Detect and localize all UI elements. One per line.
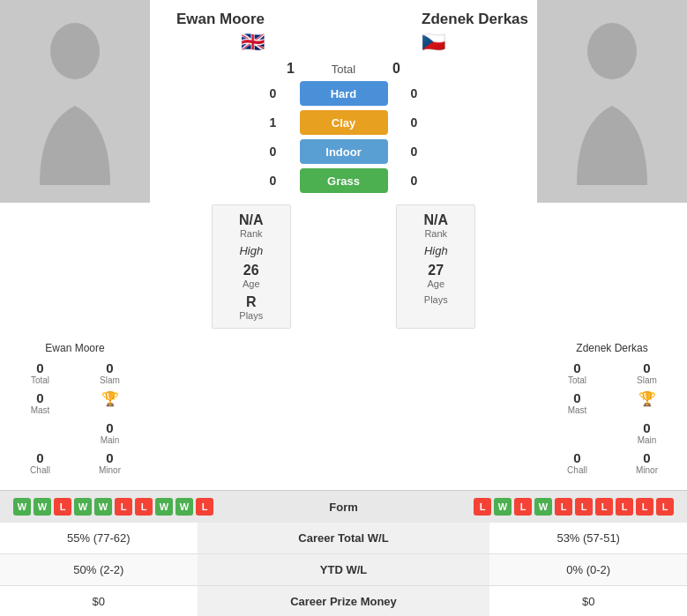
p1-trophy-icon: 🏆: [101, 390, 119, 407]
form-badge-l: L: [135, 498, 153, 516]
player1-stat-card: N/A Rank High 26 Age R Plays: [212, 204, 291, 329]
player1-header-name: Ewan Moore: [159, 11, 265, 28]
p1-career-wl: 55% (77-62): [0, 523, 198, 554]
player1-flag: 🇬🇧: [159, 31, 265, 54]
form-badge-w: W: [494, 498, 512, 516]
p2-total-val: 0: [573, 360, 580, 375]
p1-main-lbl: Main: [101, 435, 120, 445]
player2-info: Zdenek Derkas 0 Total 0 Slam 0 Mast 🏆: [537, 338, 687, 481]
p1-chall-lbl: Chall: [30, 465, 50, 475]
p2-indoor-score: 0: [406, 145, 423, 159]
p2-mast-lbl: Mast: [568, 405, 587, 415]
form-label: Form: [317, 501, 370, 514]
p2-minor-lbl: Minor: [636, 465, 658, 475]
p2-total-cell: 0 Total: [546, 359, 609, 387]
p1-age-val: 26: [243, 263, 259, 278]
svg-point-0: [50, 23, 100, 79]
p2-high-val: High: [424, 244, 448, 257]
form-badge-l: L: [555, 498, 572, 516]
prize-label: Career Prize Money: [198, 586, 490, 617]
grass-row: 0 Grass 0: [265, 168, 423, 193]
p1-mast-val: 0: [36, 390, 43, 405]
p1-indoor-score: 0: [265, 145, 282, 159]
p2-minor-cell: 0 Minor: [616, 449, 678, 477]
p1-slam-lbl: Slam: [100, 375, 120, 385]
ytd-wl-row: 50% (2-2) YTD W/L 0% (0-2): [0, 554, 687, 586]
form-badge-l: L: [514, 498, 532, 516]
player2-stat-card: N/A Rank High 27 Age Plays: [396, 204, 475, 329]
p1-grass-score: 0: [265, 174, 282, 188]
player2-form-badges: LWLWLLLLLL: [474, 498, 674, 516]
player2-full-name: Zdenek Derkas: [576, 342, 647, 354]
p2-total-score: 0: [388, 61, 406, 77]
p2-slam-lbl: Slam: [637, 375, 657, 385]
clay-row: 1 Clay 0: [265, 110, 423, 135]
form-badge-l: L: [196, 498, 213, 516]
p1-rank-val: N/A: [239, 212, 264, 228]
p1-rank-label: Rank: [240, 228, 263, 239]
form-badge-w: W: [74, 498, 92, 516]
form-badge-w: W: [175, 498, 193, 516]
form-badge-l: L: [575, 498, 593, 516]
clay-surface-btn[interactable]: Clay: [300, 110, 388, 135]
p2-chall-val: 0: [573, 450, 580, 465]
p2-clay-score: 0: [406, 115, 423, 130]
p1-age-label: Age: [243, 278, 260, 289]
p1-main-cell: 0 Main: [78, 419, 141, 447]
career-wl-label: Career Total W/L: [198, 523, 490, 554]
player1-photo: [0, 0, 150, 203]
form-badge-w: W: [534, 498, 552, 516]
p1-slam-cell: 0 Slam: [78, 359, 141, 387]
p2-prize: $0: [489, 586, 687, 617]
p1-mast-lbl: Mast: [31, 405, 50, 415]
p1-minor-val: 0: [106, 450, 113, 465]
scores-surfaces: 1 Total 0 0 Hard 0 1 Clay 0 0: [150, 61, 537, 193]
form-section: WWLWWLLWWL Form LWLWLLLLLL: [0, 490, 687, 523]
p1-minor-lbl: Minor: [99, 465, 121, 475]
career-wl-row: 55% (77-62) Career Total W/L 53% (57-51): [0, 523, 687, 554]
p1-clay-score: 1: [265, 115, 282, 130]
p1-mast-cell: 0 Mast: [9, 389, 71, 417]
p1-main-val: 0: [106, 420, 113, 435]
form-badge-w: W: [34, 498, 51, 516]
p2-career-wl: 53% (57-51): [489, 523, 687, 554]
p1-total-score: 1: [282, 61, 300, 77]
p2-minor-val: 0: [643, 450, 650, 465]
ytd-wl-label: YTD W/L: [198, 554, 490, 586]
player-info-row: Ewan Moore 0 Total 0 Slam 0 Mast 🏆: [0, 338, 687, 490]
form-badge-l: L: [474, 498, 491, 516]
p1-chall-cell: 0 Chall: [9, 449, 71, 477]
p2-main-cell: 0 Main: [616, 419, 678, 447]
p2-rank-val: N/A: [423, 212, 448, 228]
hard-surface-btn[interactable]: Hard: [300, 81, 388, 106]
player1-name-block: Ewan Moore 🇬🇧: [159, 11, 265, 54]
total-row: 1 Total 0: [282, 61, 406, 77]
player2-flag: 🇨🇿: [422, 31, 528, 54]
form-badge-l: L: [54, 498, 71, 516]
form-badge-w: W: [155, 498, 173, 516]
hard-row: 0 Hard 0: [265, 81, 423, 106]
p2-slam-val: 0: [643, 360, 650, 375]
form-badge-l: L: [636, 498, 653, 516]
p2-hard-score: 0: [406, 86, 423, 100]
total-label: Total: [317, 63, 370, 76]
player1-silhouette: [22, 18, 128, 185]
player2-name-block: Zdenek Derkas 🇨🇿: [422, 11, 528, 54]
p1-total-lbl: Total: [31, 375, 49, 385]
prize-row: $0 Career Prize Money $0: [0, 586, 687, 617]
p2-total-lbl: Total: [568, 375, 586, 385]
svg-point-1: [587, 23, 637, 79]
career-stats-table: 55% (77-62) Career Total W/L 53% (57-51)…: [0, 523, 687, 616]
p2-rank-label: Rank: [424, 228, 447, 239]
player1-form-badges: WWLWWLLWWL: [13, 498, 213, 516]
p1-minor-cell: 0 Minor: [78, 449, 141, 477]
player1-full-name: Ewan Moore: [45, 342, 104, 354]
p2-main-val: 0: [643, 420, 650, 435]
p1-ytd-wl: 50% (2-2): [0, 554, 198, 586]
player2-stats-grid: 0 Total 0 Slam 0 Mast 🏆 0 Main: [541, 359, 683, 477]
indoor-surface-btn[interactable]: Indoor: [300, 139, 388, 164]
p2-age-label: Age: [427, 278, 444, 289]
p1-slam-val: 0: [106, 360, 113, 375]
grass-surface-btn[interactable]: Grass: [300, 168, 388, 193]
p1-plays-val: R: [246, 294, 257, 310]
